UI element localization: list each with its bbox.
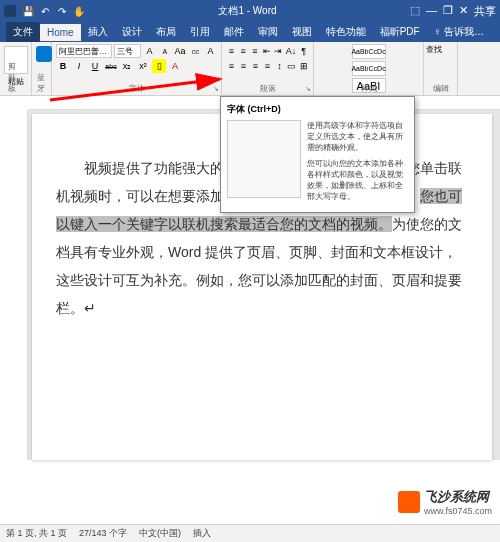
increase-font-button[interactable]: A xyxy=(143,44,156,58)
window-title: 文档1 - Word xyxy=(218,4,276,18)
insert-mode[interactable]: 插入 xyxy=(193,527,211,540)
language-status[interactable]: 中文(中国) xyxy=(139,527,181,540)
save-button[interactable]: 💾 xyxy=(22,5,34,17)
status-bar: 第 1 页, 共 1 页 27/143 个字 中文(中国) 插入 xyxy=(0,524,500,542)
decrease-font-button[interactable]: A xyxy=(158,44,171,58)
change-case-button[interactable]: Aa xyxy=(173,44,186,58)
sort-button[interactable]: A↓ xyxy=(285,44,298,58)
justify-button[interactable]: ≡ xyxy=(262,59,273,73)
char-border-button[interactable]: A xyxy=(204,44,217,58)
font-family-select[interactable]: 阿里巴巴普… xyxy=(56,44,112,58)
paragraph-dialog-launcher[interactable]: ↘ xyxy=(305,85,311,93)
show-marks-button[interactable]: ¶ xyxy=(298,44,309,58)
styles-group-label: 样式 xyxy=(361,83,377,94)
increase-indent-button[interactable]: ⇥ xyxy=(273,44,284,58)
tab-review[interactable]: 审阅 xyxy=(251,22,285,42)
share-button[interactable]: 共享 xyxy=(474,4,496,19)
borders-button[interactable]: ⊞ xyxy=(298,59,309,73)
ribbon: 粘贴 剪贴板 蓝牙 阿里巴巴普… 三号 A A Aa ㏄ A B I U abc… xyxy=(0,42,500,96)
bold-button[interactable]: B xyxy=(56,59,70,73)
touch-mode-button[interactable]: ✋ xyxy=(73,5,85,17)
tab-insert[interactable]: 插入 xyxy=(81,22,115,42)
tab-home[interactable]: Home xyxy=(40,24,81,41)
tab-special[interactable]: 特色功能 xyxy=(319,22,373,42)
strikethrough-button[interactable]: abc xyxy=(104,59,118,73)
tooltip-title: 字体 (Ctrl+D) xyxy=(227,103,408,116)
word-count[interactable]: 27/143 个字 xyxy=(79,527,127,540)
font-dialog-launcher[interactable]: ↘ xyxy=(213,85,219,93)
bullets-button[interactable]: ≡ xyxy=(226,44,237,58)
highlight-button[interactable]: ▯ xyxy=(152,59,166,73)
multilevel-list-button[interactable]: ≡ xyxy=(250,44,261,58)
tab-design[interactable]: 设计 xyxy=(115,22,149,42)
group-font: 阿里巴巴普… 三号 A A Aa ㏄ A B I U abc x₂ x² ▯ A… xyxy=(52,42,222,95)
phonetic-guide-button[interactable]: ㏄ xyxy=(189,44,202,58)
page-count[interactable]: 第 1 页, 共 1 页 xyxy=(6,527,67,540)
word-icon xyxy=(4,5,16,17)
tooltip-p2: 您可以向您的文本添加各种各样样式和颜色，以及视觉效果，如删除线、上标和全部大写字… xyxy=(307,158,408,203)
shading-button[interactable]: ▭ xyxy=(286,59,297,73)
tell-me[interactable]: ♀ 告诉我… xyxy=(427,22,491,42)
italic-button[interactable]: I xyxy=(72,59,86,73)
decrease-indent-button[interactable]: ⇤ xyxy=(261,44,272,58)
tab-file[interactable]: 文件 xyxy=(6,22,40,42)
style-nospacing[interactable]: AaBbCcDc xyxy=(352,61,386,76)
tab-foxit[interactable]: 福昕PDF xyxy=(373,22,427,42)
tab-mailings[interactable]: 邮件 xyxy=(217,22,251,42)
editing-group-label: 编辑 xyxy=(433,83,449,94)
ribbon-toggle-button[interactable]: ⬚ xyxy=(410,4,420,19)
font-color-button[interactable]: A xyxy=(168,59,182,73)
ribbon-tabs: 文件 Home 插入 设计 布局 引用 邮件 审阅 视图 特色功能 福昕PDF … xyxy=(0,22,500,42)
tooltip-p1: 使用高级字体和字符选项自定义所选文本，使之具有所需的精确外观。 xyxy=(307,120,408,154)
group-clipboard: 粘贴 剪贴板 xyxy=(0,42,32,95)
find-button[interactable]: 查找 xyxy=(426,44,455,55)
bluetooth-icon[interactable] xyxy=(36,46,52,62)
close-button[interactable]: ✕ xyxy=(459,4,468,19)
group-paragraph: ≡ ≡ ≡ ⇤ ⇥ A↓ ¶ ≡ ≡ ≡ ≡ ↕ ▭ ⊞ 段落 ↘ xyxy=(222,42,314,95)
align-left-button[interactable]: ≡ xyxy=(226,59,237,73)
restore-button[interactable]: ❐ xyxy=(443,4,453,19)
redo-button[interactable]: ↷ xyxy=(56,5,68,17)
watermark-brand: 飞沙系统网 xyxy=(424,488,492,506)
bluetooth-label: 蓝牙 xyxy=(37,72,47,94)
tab-layout[interactable]: 布局 xyxy=(149,22,183,42)
quick-access-toolbar: 💾 ↶ ↷ ✋ xyxy=(22,5,85,17)
group-bluetooth: 蓝牙 xyxy=(32,42,52,95)
subscript-button[interactable]: x₂ xyxy=(120,59,134,73)
undo-button[interactable]: ↶ xyxy=(39,5,51,17)
underline-button[interactable]: U xyxy=(88,59,102,73)
vertical-ruler[interactable] xyxy=(0,110,28,460)
minimize-button[interactable]: — xyxy=(426,4,437,19)
font-size-select[interactable]: 三号 xyxy=(114,44,141,58)
group-styles: AaBbCcDc AaBbCcDc AaBI 样式 xyxy=(314,42,424,95)
font-group-label: 字体 xyxy=(129,83,145,94)
clipboard-label: 剪贴板 xyxy=(8,61,24,94)
style-normal[interactable]: AaBbCcDc xyxy=(352,44,386,59)
tooltip-text: 使用高级字体和字符选项自定义所选文本，使之具有所需的精确外观。 您可以向您的文本… xyxy=(307,120,408,206)
watermark: 飞沙系统网 www.fs0745.com xyxy=(398,488,492,516)
watermark-url: www.fs0745.com xyxy=(424,506,492,516)
group-editing: 查找 编辑 xyxy=(424,42,458,95)
align-right-button[interactable]: ≡ xyxy=(250,59,261,73)
superscript-button[interactable]: x² xyxy=(136,59,150,73)
numbering-button[interactable]: ≡ xyxy=(238,44,249,58)
paragraph-group-label: 段落 xyxy=(260,83,276,94)
line-spacing-button[interactable]: ↕ xyxy=(274,59,285,73)
tooltip-preview-image xyxy=(227,120,301,198)
tab-references[interactable]: 引用 xyxy=(183,22,217,42)
font-tooltip: 字体 (Ctrl+D) 使用高级字体和字符选项自定义所选文本，使之具有所需的精确… xyxy=(220,96,415,213)
tab-view[interactable]: 视图 xyxy=(285,22,319,42)
title-bar: 💾 ↶ ↷ ✋ 文档1 - Word ⬚ — ❐ ✕ 共享 xyxy=(0,0,500,22)
align-center-button[interactable]: ≡ xyxy=(238,59,249,73)
watermark-icon xyxy=(398,491,420,513)
